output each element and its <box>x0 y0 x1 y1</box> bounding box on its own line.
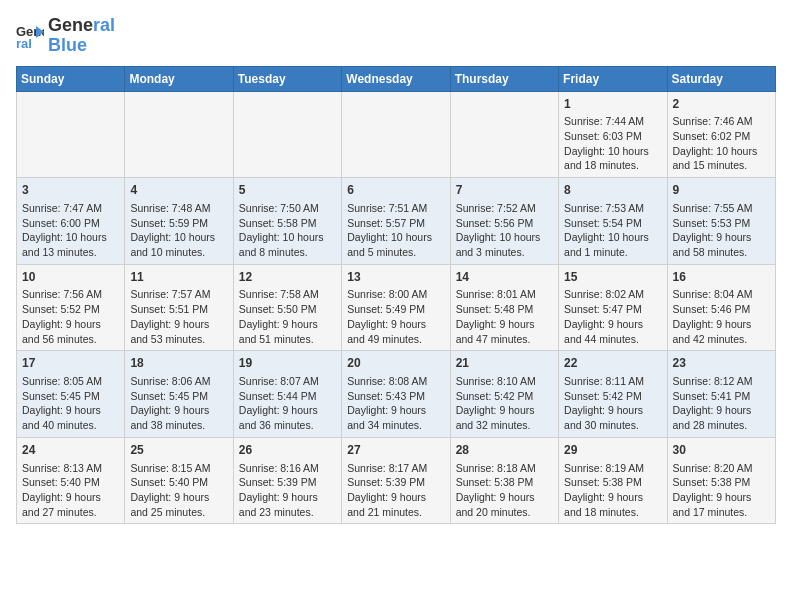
cell-text: and 15 minutes. <box>673 158 770 173</box>
cell-text: Daylight: 10 hours <box>239 230 336 245</box>
cell-text: Daylight: 9 hours <box>673 317 770 332</box>
cell-text: Daylight: 9 hours <box>22 317 119 332</box>
calendar-cell: 15Sunrise: 8:02 AMSunset: 5:47 PMDayligh… <box>559 264 667 351</box>
cell-text: Daylight: 9 hours <box>347 317 444 332</box>
week-row-5: 24Sunrise: 8:13 AMSunset: 5:40 PMDayligh… <box>17 437 776 524</box>
cell-text: and 28 minutes. <box>673 418 770 433</box>
cell-text: Sunset: 5:44 PM <box>239 389 336 404</box>
cell-text: and 36 minutes. <box>239 418 336 433</box>
cell-text: and 21 minutes. <box>347 505 444 520</box>
cell-text: Sunset: 5:58 PM <box>239 216 336 231</box>
cell-text: Sunrise: 8:13 AM <box>22 461 119 476</box>
cell-text: Sunset: 5:40 PM <box>130 475 227 490</box>
day-number: 28 <box>456 442 553 459</box>
cell-text: Sunset: 5:38 PM <box>673 475 770 490</box>
day-number: 25 <box>130 442 227 459</box>
cell-text: Sunset: 5:43 PM <box>347 389 444 404</box>
cell-text: Sunrise: 8:12 AM <box>673 374 770 389</box>
cell-text: and 40 minutes. <box>22 418 119 433</box>
logo: Gene ral GeneralBlue <box>16 16 115 56</box>
calendar-cell: 23Sunrise: 8:12 AMSunset: 5:41 PMDayligh… <box>667 351 775 438</box>
calendar-cell: 12Sunrise: 7:58 AMSunset: 5:50 PMDayligh… <box>233 264 341 351</box>
cell-text: Sunset: 5:45 PM <box>22 389 119 404</box>
cell-text: Sunrise: 8:07 AM <box>239 374 336 389</box>
logo-icon: Gene ral <box>16 22 44 50</box>
calendar-cell: 6Sunrise: 7:51 AMSunset: 5:57 PMDaylight… <box>342 178 450 265</box>
calendar-cell: 5Sunrise: 7:50 AMSunset: 5:58 PMDaylight… <box>233 178 341 265</box>
cell-text: and 18 minutes. <box>564 158 661 173</box>
cell-text: Daylight: 9 hours <box>239 490 336 505</box>
cell-text: and 3 minutes. <box>456 245 553 260</box>
cell-text: Daylight: 10 hours <box>456 230 553 245</box>
cell-text: Daylight: 9 hours <box>347 403 444 418</box>
cell-text: Sunset: 5:42 PM <box>456 389 553 404</box>
day-number: 2 <box>673 96 770 113</box>
cell-text: and 5 minutes. <box>347 245 444 260</box>
cell-text: Daylight: 9 hours <box>673 490 770 505</box>
column-header-monday: Monday <box>125 66 233 91</box>
cell-text: and 1 minute. <box>564 245 661 260</box>
cell-text: Sunrise: 8:20 AM <box>673 461 770 476</box>
day-number: 29 <box>564 442 661 459</box>
calendar-cell: 14Sunrise: 8:01 AMSunset: 5:48 PMDayligh… <box>450 264 558 351</box>
cell-text: Sunrise: 8:02 AM <box>564 287 661 302</box>
cell-text: Sunrise: 8:18 AM <box>456 461 553 476</box>
calendar-cell: 18Sunrise: 8:06 AMSunset: 5:45 PMDayligh… <box>125 351 233 438</box>
cell-text: Sunset: 6:00 PM <box>22 216 119 231</box>
cell-text: Sunrise: 7:58 AM <box>239 287 336 302</box>
day-number: 14 <box>456 269 553 286</box>
cell-text: Sunset: 5:39 PM <box>239 475 336 490</box>
day-number: 16 <box>673 269 770 286</box>
cell-text: Sunrise: 7:56 AM <box>22 287 119 302</box>
cell-text: Sunset: 5:48 PM <box>456 302 553 317</box>
column-header-wednesday: Wednesday <box>342 66 450 91</box>
cell-text: Sunset: 5:59 PM <box>130 216 227 231</box>
cell-text: and 56 minutes. <box>22 332 119 347</box>
day-number: 5 <box>239 182 336 199</box>
day-number: 7 <box>456 182 553 199</box>
calendar-cell <box>233 91 341 178</box>
cell-text: Sunset: 5:53 PM <box>673 216 770 231</box>
cell-text: Sunset: 6:02 PM <box>673 129 770 144</box>
day-number: 21 <box>456 355 553 372</box>
cell-text: Sunset: 5:46 PM <box>673 302 770 317</box>
calendar-cell: 21Sunrise: 8:10 AMSunset: 5:42 PMDayligh… <box>450 351 558 438</box>
cell-text: Sunset: 5:51 PM <box>130 302 227 317</box>
cell-text: Daylight: 9 hours <box>456 317 553 332</box>
day-number: 19 <box>239 355 336 372</box>
cell-text: Sunrise: 8:10 AM <box>456 374 553 389</box>
cell-text: and 17 minutes. <box>673 505 770 520</box>
cell-text: Daylight: 10 hours <box>347 230 444 245</box>
cell-text: Sunrise: 8:19 AM <box>564 461 661 476</box>
calendar-cell: 4Sunrise: 7:48 AMSunset: 5:59 PMDaylight… <box>125 178 233 265</box>
cell-text: Sunrise: 8:08 AM <box>347 374 444 389</box>
cell-text: Daylight: 9 hours <box>130 490 227 505</box>
cell-text: Daylight: 9 hours <box>22 403 119 418</box>
calendar-cell: 19Sunrise: 8:07 AMSunset: 5:44 PMDayligh… <box>233 351 341 438</box>
cell-text: and 13 minutes. <box>22 245 119 260</box>
day-number: 13 <box>347 269 444 286</box>
cell-text: Sunrise: 8:16 AM <box>239 461 336 476</box>
cell-text: Sunset: 5:56 PM <box>456 216 553 231</box>
day-number: 23 <box>673 355 770 372</box>
cell-text: Sunset: 5:57 PM <box>347 216 444 231</box>
calendar-cell: 28Sunrise: 8:18 AMSunset: 5:38 PMDayligh… <box>450 437 558 524</box>
day-number: 4 <box>130 182 227 199</box>
cell-text: Daylight: 9 hours <box>456 403 553 418</box>
cell-text: Daylight: 10 hours <box>673 144 770 159</box>
calendar-cell: 10Sunrise: 7:56 AMSunset: 5:52 PMDayligh… <box>17 264 125 351</box>
cell-text: and 38 minutes. <box>130 418 227 433</box>
calendar-cell: 22Sunrise: 8:11 AMSunset: 5:42 PMDayligh… <box>559 351 667 438</box>
cell-text: Sunrise: 7:53 AM <box>564 201 661 216</box>
cell-text: and 10 minutes. <box>130 245 227 260</box>
day-number: 12 <box>239 269 336 286</box>
cell-text: Sunset: 5:49 PM <box>347 302 444 317</box>
calendar-cell: 9Sunrise: 7:55 AMSunset: 5:53 PMDaylight… <box>667 178 775 265</box>
cell-text: Sunset: 5:52 PM <box>22 302 119 317</box>
cell-text: Sunset: 5:41 PM <box>673 389 770 404</box>
calendar-table: SundayMondayTuesdayWednesdayThursdayFrid… <box>16 66 776 525</box>
day-number: 11 <box>130 269 227 286</box>
cell-text: Daylight: 9 hours <box>130 317 227 332</box>
column-header-tuesday: Tuesday <box>233 66 341 91</box>
calendar-cell: 11Sunrise: 7:57 AMSunset: 5:51 PMDayligh… <box>125 264 233 351</box>
